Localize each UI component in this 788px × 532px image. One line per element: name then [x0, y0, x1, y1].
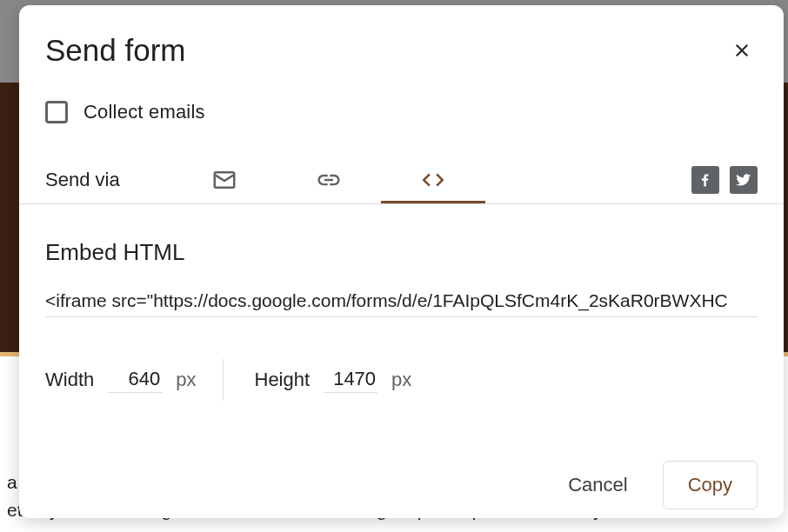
collect-emails-label: Collect emails — [83, 101, 205, 123]
facebook-icon — [697, 171, 714, 189]
close-icon — [731, 40, 752, 61]
dialog-header: Send form — [19, 5, 784, 85]
tab-email[interactable] — [172, 156, 277, 203]
dialog-footer: Cancel Copy — [552, 461, 758, 509]
facebook-button[interactable] — [691, 166, 719, 194]
height-label: Height — [255, 369, 311, 391]
social-buttons — [691, 166, 758, 194]
height-input[interactable] — [324, 368, 377, 393]
width-label: Width — [45, 369, 94, 391]
divider — [223, 359, 224, 401]
link-icon — [316, 167, 342, 193]
dialog-title: Send form — [45, 33, 185, 68]
send-via-row: Send via — [19, 141, 784, 204]
width-input[interactable] — [108, 368, 162, 393]
embed-code-input[interactable] — [45, 290, 758, 311]
embed-code-field — [45, 290, 758, 317]
embed-section-title: Embed HTML — [19, 204, 784, 276]
twitter-button[interactable] — [730, 166, 758, 194]
send-form-dialog: Send form Collect emails Send via Embed — [19, 5, 784, 518]
collect-emails-checkbox[interactable] — [45, 101, 68, 123]
close-button[interactable] — [728, 37, 756, 64]
send-via-label: Send via — [45, 169, 120, 191]
email-icon — [211, 167, 237, 193]
copy-button[interactable]: Copy — [663, 461, 758, 509]
width-unit: px — [176, 369, 196, 391]
tab-link[interactable] — [277, 156, 381, 203]
cancel-button[interactable]: Cancel — [552, 463, 643, 507]
collect-emails-row: Collect emails — [19, 85, 784, 141]
embed-icon — [420, 167, 446, 193]
dimensions-row: Width px Height px — [19, 317, 784, 401]
tab-embed[interactable] — [381, 156, 485, 203]
twitter-icon — [735, 171, 752, 189]
height-unit: px — [391, 369, 411, 391]
